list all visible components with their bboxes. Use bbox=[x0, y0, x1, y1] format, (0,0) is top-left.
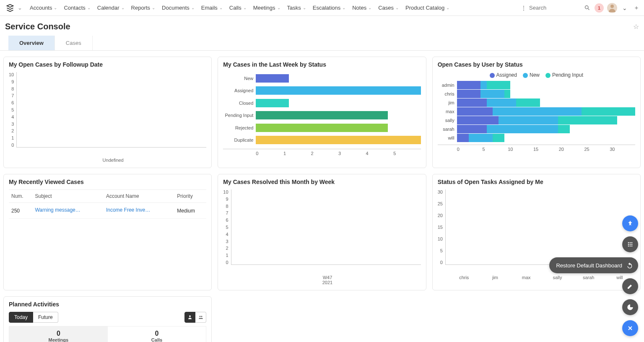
nav-contacts[interactable]: Contacts⌄ bbox=[61, 2, 93, 13]
chart-w1: 109876543210Undefined bbox=[9, 72, 206, 163]
dashboard-grid: My Open Cases by Followup Date 109876543… bbox=[0, 51, 644, 342]
app-menu-chevron-icon[interactable]: ⌄ bbox=[18, 5, 22, 11]
widget-cases-last-week-status: My Cases in the Last Week by Status NewA… bbox=[218, 57, 426, 168]
widget-title: Open Cases by User by Status bbox=[438, 61, 635, 68]
account-link[interactable]: Income Free Investi... bbox=[106, 207, 152, 213]
activity-counters: 0Meetings0Calls bbox=[9, 326, 206, 342]
add-icon[interactable]: ＋ bbox=[632, 4, 641, 12]
svg-point-2 bbox=[610, 5, 614, 8]
svg-point-9 bbox=[628, 244, 629, 245]
restore-icon bbox=[626, 262, 633, 269]
recent-cases-table: Num.SubjectAccount NamePriority 250Warni… bbox=[9, 189, 206, 219]
nav-documents[interactable]: Documents⌄ bbox=[159, 2, 197, 13]
widget-title: My Cases Resolved this Month by Week bbox=[223, 179, 421, 185]
svg-point-6 bbox=[628, 242, 629, 244]
chevron-down-icon: ⌄ bbox=[152, 5, 155, 10]
widget-title: My Recently Viewed Cases bbox=[9, 179, 206, 185]
topbar: ⌄ Accounts⌄Contacts⌄Calendar⌄Reports⌄Doc… bbox=[0, 0, 644, 16]
fab-restore-label: Restore Default Dashboard bbox=[556, 262, 622, 269]
nav-product-catalog[interactable]: Product Catalog⌄ bbox=[403, 2, 452, 13]
nav-calendar[interactable]: Calendar⌄ bbox=[95, 2, 127, 13]
page-title: Service Console bbox=[5, 22, 633, 31]
widget-title: My Open Cases by Followup Date bbox=[9, 61, 206, 68]
toggle-future[interactable]: Future bbox=[33, 312, 58, 323]
chart-w2: NewAssignedClosedPending InputRejectedDu… bbox=[223, 72, 421, 156]
chevron-down-icon: ⌄ bbox=[368, 5, 371, 10]
widget-open-cases-followup: My Open Cases by Followup Date 109876543… bbox=[3, 57, 212, 168]
chevron-down-icon: ⌄ bbox=[342, 5, 345, 10]
nav-cases[interactable]: Cases⌄ bbox=[376, 2, 401, 13]
activity-filter-row: Today Future bbox=[9, 312, 206, 323]
fab-pin[interactable] bbox=[622, 215, 638, 231]
fab-edit[interactable] bbox=[622, 278, 638, 294]
subject-link[interactable]: Warning message w... bbox=[35, 207, 81, 213]
svg-point-0 bbox=[585, 6, 588, 9]
nav-escalations[interactable]: Escalations⌄ bbox=[310, 2, 348, 13]
nav-notes[interactable]: Notes⌄ bbox=[350, 2, 374, 13]
nav-calls[interactable]: Calls⌄ bbox=[227, 2, 249, 13]
table-header: Priority bbox=[174, 190, 206, 203]
favorite-icon[interactable]: ☆ bbox=[633, 23, 639, 31]
filter-team-icon[interactable] bbox=[195, 312, 206, 323]
tab-cases[interactable]: Cases bbox=[55, 36, 93, 50]
svg-point-14 bbox=[631, 246, 633, 247]
app-logo[interactable] bbox=[5, 3, 15, 13]
widget-recently-viewed-cases: My Recently Viewed Cases Num.SubjectAcco… bbox=[3, 174, 212, 290]
fab-close[interactable] bbox=[622, 320, 638, 336]
nav-accounts[interactable]: Accounts⌄ bbox=[27, 2, 60, 13]
search-icon[interactable] bbox=[583, 4, 591, 12]
widget-title: Planned Activities bbox=[9, 301, 206, 308]
widget-title: My Cases in the Last Week by Status bbox=[223, 61, 421, 68]
widget-cases-resolved-month: My Cases Resolved this Month by Week 109… bbox=[218, 174, 426, 290]
fab-grid[interactable] bbox=[622, 236, 638, 252]
svg-point-3 bbox=[189, 316, 191, 317]
chevron-down-icon: ⌄ bbox=[191, 5, 195, 10]
chevron-down-icon: ⌄ bbox=[303, 5, 306, 10]
chevron-down-icon: ⌄ bbox=[219, 5, 223, 10]
svg-point-10 bbox=[630, 244, 631, 245]
tab-overview[interactable]: Overview bbox=[8, 36, 55, 50]
topbar-right: 1 ⌄ ＋ bbox=[529, 3, 641, 13]
nav-tasks[interactable]: Tasks⌄ bbox=[285, 2, 309, 13]
chevron-down-icon: ⌄ bbox=[395, 5, 399, 10]
fab-restore-dashboard[interactable]: Restore Default Dashboard bbox=[549, 257, 638, 273]
svg-point-5 bbox=[201, 316, 202, 317]
svg-point-7 bbox=[630, 242, 631, 244]
widget-open-cases-user-status: Open Cases by User by Status AssignedNew… bbox=[432, 57, 641, 168]
table-header: Num. bbox=[9, 190, 32, 203]
search-input[interactable] bbox=[529, 5, 579, 11]
chevron-down-icon: ⌄ bbox=[277, 5, 280, 10]
chevron-down-icon: ⌄ bbox=[243, 5, 247, 10]
widget-planned-activities: Planned Activities Today Future 0Meeting… bbox=[3, 296, 212, 342]
user-chevron-icon[interactable]: ⌄ bbox=[621, 4, 629, 12]
chevron-down-icon: ⌄ bbox=[121, 5, 125, 10]
avatar[interactable] bbox=[607, 3, 617, 13]
nav-meetings[interactable]: Meetings⌄ bbox=[251, 2, 283, 13]
fab-chart[interactable] bbox=[622, 299, 638, 315]
widget-title: Status of Open Tasks Assigned by Me bbox=[438, 179, 635, 185]
nav-reports[interactable]: Reports⌄ bbox=[129, 2, 158, 13]
chevron-down-icon: ⌄ bbox=[87, 5, 91, 10]
notification-badge[interactable]: 1 bbox=[595, 3, 604, 13]
svg-point-11 bbox=[631, 244, 633, 245]
chart-w5: 109876543210W472021 bbox=[223, 189, 421, 285]
tab-bar: OverviewCases bbox=[0, 36, 644, 51]
filter-my-icon[interactable] bbox=[184, 312, 195, 323]
svg-point-13 bbox=[630, 246, 631, 247]
chart-w3: AssignedNewPending Inputadminchrisjimmax… bbox=[438, 72, 635, 152]
counter-calls[interactable]: 0Calls bbox=[108, 326, 206, 342]
page-header: Service Console ☆ bbox=[0, 16, 644, 36]
main-nav: Accounts⌄Contacts⌄Calendar⌄Reports⌄Docum… bbox=[27, 2, 517, 13]
svg-point-4 bbox=[199, 316, 200, 317]
toggle-today[interactable]: Today bbox=[9, 312, 33, 323]
svg-point-12 bbox=[628, 246, 629, 247]
svg-point-8 bbox=[631, 242, 633, 244]
table-row[interactable]: 250Warning message w...Income Free Inves… bbox=[9, 203, 206, 219]
chevron-down-icon: ⌄ bbox=[446, 5, 449, 10]
counter-meetings[interactable]: 0Meetings bbox=[9, 326, 108, 342]
table-header: Subject bbox=[32, 190, 103, 203]
svg-line-1 bbox=[588, 8, 589, 10]
nav-emails[interactable]: Emails⌄ bbox=[199, 2, 225, 13]
fab-column: Restore Default Dashboard bbox=[549, 215, 638, 336]
more-nav-icon[interactable]: ⋮ bbox=[519, 4, 527, 12]
